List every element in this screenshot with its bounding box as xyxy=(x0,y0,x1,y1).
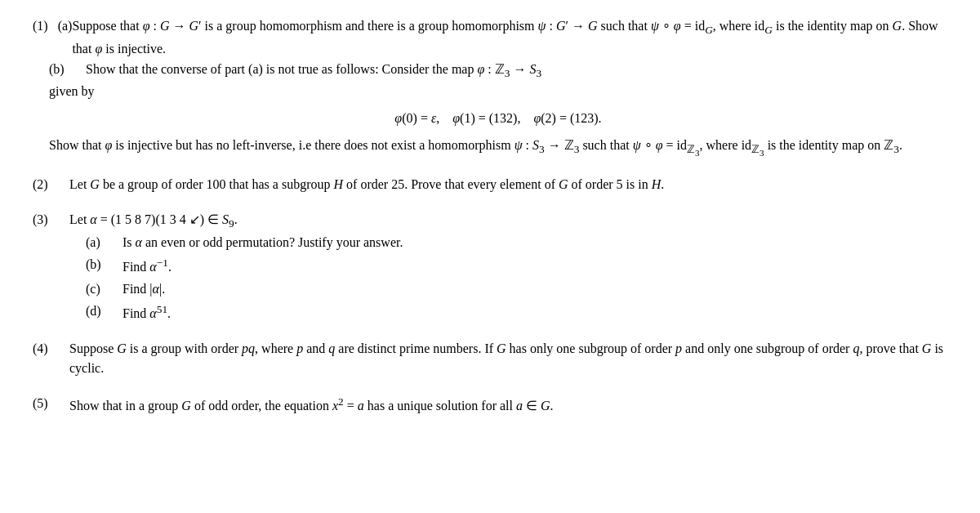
problem-3a-text: Is α an even or odd permutation? Justify… xyxy=(122,233,947,253)
problem-2-header: (2) Let G be a group of order 100 that h… xyxy=(33,175,947,195)
problem-1b-formula: φ(0) = ε, φ(1) = (132), φ(2) = (123). xyxy=(49,109,947,129)
problem-3b-label: (b) xyxy=(86,255,122,278)
problem-3b-row: (b) Find α−1. xyxy=(86,255,947,278)
problem-2-number: (2) xyxy=(33,175,69,195)
problem-1b-given-line: given by xyxy=(49,82,947,102)
problem-1b-wrap: (b) Show that the converse of part (a) i… xyxy=(49,60,947,161)
problem-1-header: (1) (a) Suppose that φ : G → G′ is a gro… xyxy=(33,16,947,60)
problem-1: (1) (a) Suppose that φ : G → G′ is a gro… xyxy=(33,16,947,160)
problem-3-number: (3) xyxy=(33,210,69,230)
problem-1a-text: Suppose that φ : G → G′ is a group homom… xyxy=(72,16,947,60)
page-content: (1) (a) Suppose that φ : G → G′ is a gro… xyxy=(33,16,947,417)
problem-3d-label: (d) xyxy=(86,301,122,324)
problem-1b-row: (b) Show that the converse of part (a) i… xyxy=(49,60,947,83)
problem-4-number: (4) xyxy=(33,339,69,359)
problem-2-text: Let G be a group of order 100 that has a… xyxy=(69,175,947,195)
problem-3a-row: (a) Is α an even or odd permutation? Jus… xyxy=(86,233,947,253)
problem-3a-label: (a) xyxy=(86,233,122,253)
problem-3c-text: Find |α|. xyxy=(122,279,947,300)
problem-3d-row: (d) Find α51. xyxy=(86,301,947,324)
problem-2: (2) Let G be a group of order 100 that h… xyxy=(33,175,947,195)
problem-3: (3) Let α = (1 5 8 7)(1 3 4 ↙) ∈ S9. (a)… xyxy=(33,210,947,324)
problem-4-header: (4) Suppose G is a group with order pq, … xyxy=(33,339,947,380)
problem-3b-text: Find α−1. xyxy=(122,255,947,278)
problem-5-text: Show that in a group G of odd order, the… xyxy=(69,394,947,417)
problem-5-number: (5) xyxy=(33,394,69,414)
problem-1b-conclusion: Show that φ is injective but has no left… xyxy=(49,136,947,160)
problem-3c-label: (c) xyxy=(86,279,122,300)
problem-1-number: (1) (a) xyxy=(33,16,72,37)
problem-5-header: (5) Show that in a group G of odd order,… xyxy=(33,394,947,417)
problem-1b-intro: Show that the converse of part (a) is no… xyxy=(86,60,947,83)
problem-3d-text: Find α51. xyxy=(122,301,947,324)
problem-3-header: (3) Let α = (1 5 8 7)(1 3 4 ↙) ∈ S9. xyxy=(33,210,947,233)
problem-1b-label: (b) xyxy=(49,60,86,80)
problem-4: (4) Suppose G is a group with order pq, … xyxy=(33,339,947,380)
problem-4-text: Suppose G is a group with order pq, wher… xyxy=(69,339,947,380)
problem-3-intro: Let α = (1 5 8 7)(1 3 4 ↙) ∈ S9. xyxy=(69,210,947,233)
problem-3c-row: (c) Find |α|. xyxy=(86,279,947,300)
problem-5: (5) Show that in a group G of odd order,… xyxy=(33,394,947,417)
problem-3-parts: (a) Is α an even or odd permutation? Jus… xyxy=(86,233,947,324)
